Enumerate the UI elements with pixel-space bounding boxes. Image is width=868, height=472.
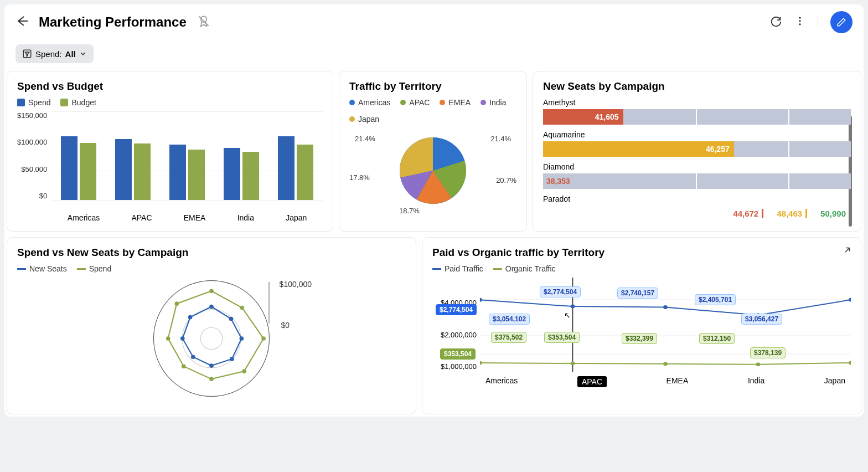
paid-vs-organic-card[interactable]: Paid vs Organic traffic by Territory Pai… — [422, 237, 861, 414]
svg-point-42 — [849, 361, 851, 365]
divider — [818, 15, 818, 29]
filter-label: Spend: — [35, 49, 62, 59]
svg-point-9 — [200, 327, 223, 350]
scrollbar[interactable] — [849, 116, 852, 227]
refresh-button[interactable] — [770, 15, 782, 29]
svg-point-39 — [571, 361, 575, 365]
x-axis: AmericasAPACEMEAIndiaJapan — [480, 372, 851, 387]
legend: New Seats Spend — [17, 264, 406, 273]
svg-point-41 — [756, 362, 761, 366]
svg-point-24 — [209, 363, 214, 368]
new-seats-card[interactable]: New Seats by Campaign Amethyst 41,605 Aq… — [533, 71, 861, 232]
edit-button[interactable] — [830, 11, 852, 33]
spend-filter-chip[interactable]: Spend: All — [16, 44, 94, 63]
cursor-icon: ↖ — [564, 311, 571, 320]
filter-icon — [22, 49, 32, 59]
svg-point-12 — [209, 289, 214, 293]
header-bar: Marketing Performance — [4, 4, 864, 40]
bullet-row: Amethyst 41,605 — [543, 98, 851, 125]
svg-point-22 — [239, 336, 244, 341]
spend-vs-budget-card[interactable]: Spend vs Budget Spend Budget $150,000$10… — [7, 71, 333, 232]
svg-point-19 — [174, 301, 179, 306]
bullet-row: Diamond 38,353 — [543, 162, 851, 189]
legend: Paid Traffic Organic Traffic — [432, 264, 851, 273]
spend-vs-seats-card[interactable]: Spend vs New Seats by Campaign New Seats… — [7, 237, 416, 414]
filter-value: All — [65, 49, 76, 59]
y-axis: $150,000$100,000$50,000$0 — [17, 111, 51, 200]
card-title: Spend vs New Seats by Campaign — [17, 247, 406, 259]
svg-point-35 — [663, 305, 668, 309]
svg-point-38 — [480, 361, 482, 365]
svg-point-17 — [182, 364, 186, 368]
svg-point-40 — [663, 362, 668, 366]
svg-point-2 — [799, 17, 800, 19]
summary-totals: 44,672 48,463 50,990 — [543, 209, 851, 218]
svg-point-18 — [166, 336, 170, 341]
chevron-down-icon — [79, 50, 87, 58]
card-title: Traffic by Territory — [349, 80, 516, 93]
page-title: Marketing Performance — [39, 14, 187, 30]
card-title: New Seats by Campaign — [543, 80, 851, 93]
bullet-row: Aquamarine 46,257 — [543, 130, 851, 157]
legend: Spend Budget — [17, 98, 323, 107]
traffic-territory-card[interactable]: Traffic by Territory Americas APAC EMEA … — [339, 71, 527, 232]
svg-point-21 — [229, 317, 234, 321]
svg-point-26 — [180, 336, 185, 341]
award-icon[interactable] — [197, 14, 211, 30]
svg-point-4 — [799, 23, 800, 25]
more-menu-button[interactable] — [794, 16, 805, 29]
card-title: Spend vs Budget — [17, 80, 323, 93]
pie-chart: 21.4% 21.4% 20.7% 18.7% 17.8% — [349, 129, 516, 212]
line-plot: $2,774,504 $2,774,504 $2,740,157 $2,405,… — [480, 278, 851, 372]
legend: Americas APAC EMEA India Japan — [349, 98, 516, 124]
svg-point-23 — [230, 357, 234, 361]
svg-point-16 — [209, 377, 214, 381]
svg-point-27 — [188, 315, 193, 320]
svg-point-14 — [261, 336, 266, 341]
svg-point-3 — [799, 20, 800, 22]
card-title: Paid vs Organic traffic by Territory — [432, 247, 851, 259]
svg-point-34 — [571, 305, 575, 309]
back-button[interactable] — [16, 14, 29, 30]
expand-icon[interactable] — [842, 245, 852, 258]
svg-point-15 — [242, 369, 246, 373]
svg-point-25 — [191, 355, 195, 359]
svg-point-13 — [240, 306, 245, 310]
svg-point-33 — [480, 298, 482, 302]
svg-point-20 — [209, 305, 214, 309]
radar-chart: $100,000 $0 — [17, 278, 406, 405]
bullet-row: Paradot — [543, 194, 851, 203]
svg-point-37 — [849, 298, 851, 302]
